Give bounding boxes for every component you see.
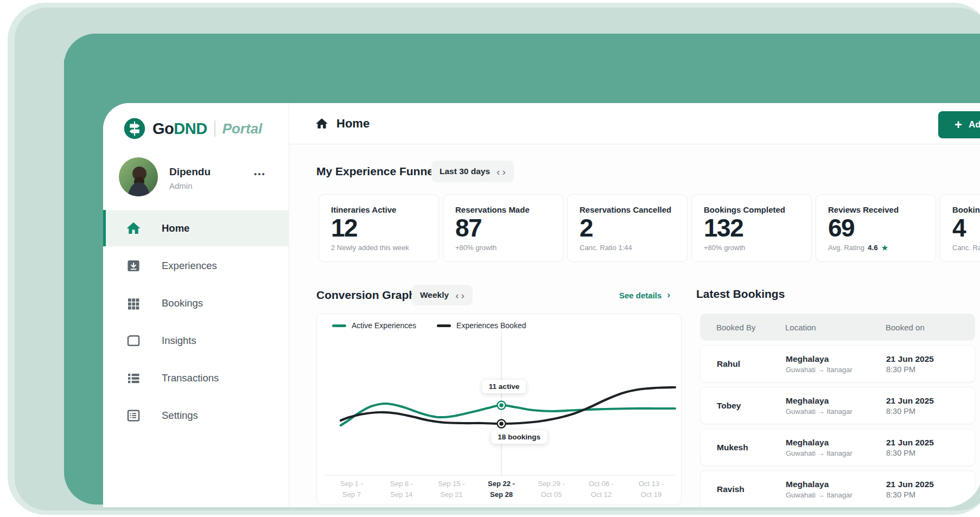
latest-bookings-table: Booked By Location Booked on Rahul Megha…	[700, 314, 975, 507]
page-title: Home	[336, 117, 370, 131]
conversion-chart-card: Active Experiences Experiences Booked 11…	[316, 314, 682, 505]
stat-title: Booking	[952, 205, 980, 214]
stat-subtext: +80% growth	[704, 244, 799, 252]
sidebar-item-settings[interactable]: Settings	[103, 397, 289, 433]
plus-icon: +	[954, 117, 962, 132]
stat-subtext: 2 Newly added this week	[331, 244, 427, 252]
sidebar-item-bookings[interactable]: Bookings	[103, 285, 289, 321]
user-profile[interactable]: Dipendu Admin •••	[103, 155, 289, 201]
location: Meghalaya	[786, 354, 886, 364]
stat-title: Reservations Cancelled	[580, 205, 675, 214]
sidebar-item-insights[interactable]: Insights	[103, 322, 289, 359]
sidebar-item-experiences[interactable]: Experiences	[103, 247, 289, 284]
route: Guwahati → Itanagar	[786, 366, 886, 374]
booked-date: 21 Jun 2025	[886, 438, 975, 448]
booked-by: Mukesh	[717, 443, 786, 452]
conversion-chart	[317, 314, 682, 506]
sidebar: GoDND Portal	[103, 103, 289, 507]
sidebar-item-label: Home	[162, 222, 189, 234]
chevron-left-icon[interactable]: ‹	[455, 290, 459, 301]
latest-bookings-title: Latest Bookings	[696, 288, 785, 301]
logo-divider	[214, 120, 215, 137]
stat-card-reservations-made: Reservations Made 87 +80% growth	[443, 194, 563, 262]
booked-by: Tobey	[717, 401, 786, 411]
chart-tooltip-active: 11 active	[482, 380, 526, 393]
chart-x-label: Sep 1 -Sep 7	[327, 478, 377, 500]
avatar	[119, 157, 158, 196]
booked-time: 8:30 PM	[886, 449, 975, 457]
stat-value: 12	[331, 215, 427, 241]
stat-title: Reviews Received	[828, 205, 924, 214]
column-header-booked-on: Booked on	[886, 323, 975, 332]
sidebar-nav: Home Experiences	[103, 210, 289, 435]
funnel-range-label: Last 30 days	[440, 167, 490, 176]
screen: GoDND Portal	[0, 0, 980, 517]
stat-card-reviews-received: Reviews Received 69 Avg. Rating 4.6 ★	[816, 194, 936, 262]
page-title-group: Home	[315, 103, 370, 144]
avg-rating-value: 4.6	[868, 244, 878, 252]
booked-date: 21 Jun 2025	[886, 354, 975, 364]
table-row[interactable]: Rahul Meghalaya Guwahati → Itanagar 21 J…	[700, 345, 975, 382]
portal-label: Portal	[222, 120, 263, 137]
brand-logo-icon	[123, 117, 146, 140]
bookings-icon	[125, 295, 142, 311]
main-content: My Experience Funnel Last 30 days ‹ › It…	[289, 144, 980, 507]
funnel-section-title: My Experience Funnel	[316, 165, 437, 178]
route: Guwahati → Itanagar	[786, 407, 886, 416]
stat-subtext: Avg. Rating 4.6 ★	[828, 244, 924, 252]
table-row[interactable]: Mukesh Meghalaya Guwahati → Itanagar 21 …	[700, 429, 975, 466]
stat-title: Itineraries Active	[331, 205, 427, 214]
sidebar-item-label: Settings	[162, 410, 198, 422]
insights-icon	[125, 333, 142, 349]
booked-time: 8:30 PM	[886, 365, 975, 374]
stat-subtext: Canc. Rat	[952, 244, 980, 252]
stat-value: 87	[455, 215, 551, 241]
user-name: Dipendu	[169, 166, 211, 178]
stat-subtext: +80% growth	[455, 244, 551, 252]
sidebar-item-home[interactable]: Home	[103, 210, 289, 246]
sidebar-item-transactions[interactable]: Transactions	[103, 360, 289, 396]
chart-x-label: Sep 29 -Oct 05	[526, 478, 576, 500]
chevron-left-icon[interactable]: ‹	[497, 167, 500, 177]
stat-value: 4	[952, 215, 980, 241]
more-options-icon[interactable]: •••	[254, 169, 266, 178]
chart-x-label: Oct 13 -Oct 19	[626, 478, 676, 500]
top-header: Home + Ad	[289, 103, 980, 144]
location: Meghalaya	[786, 438, 886, 448]
location: Meghalaya	[786, 396, 886, 406]
funnel-cards-row: Itineraries Active 12 2 Newly added this…	[319, 194, 980, 262]
brand-name-go: Go	[152, 120, 174, 138]
stat-value: 2	[580, 215, 675, 241]
column-header-location: Location	[785, 323, 886, 332]
see-details-label: See details	[619, 291, 661, 300]
conversion-section-title: Conversion Graph	[316, 289, 416, 302]
booked-date: 21 Jun 2025	[886, 480, 975, 489]
transactions-icon	[125, 370, 142, 386]
funnel-range-selector[interactable]: Last 30 days ‹ ›	[431, 161, 514, 182]
star-icon: ★	[881, 244, 888, 252]
table-row[interactable]: Ravish Meghalaya Guwahati → Itanagar 21 …	[700, 470, 975, 507]
conversion-interval-selector[interactable]: Weekly ‹ ›	[412, 285, 473, 305]
brand-logo: GoDND Portal	[123, 117, 262, 140]
brand-name-dnd: DND	[174, 120, 207, 138]
stat-card-reservations-cancelled: Reservations Cancelled 2 Canc. Ratio 1:4…	[567, 194, 688, 262]
add-button[interactable]: + Ad	[938, 111, 980, 138]
table-row[interactable]: Tobey Meghalaya Guwahati → Itanagar 21 J…	[700, 387, 975, 424]
sidebar-item-label: Experiences	[162, 260, 217, 272]
chevron-right-icon[interactable]: ›	[461, 290, 464, 301]
booked-time: 8:30 PM	[886, 490, 975, 499]
route: Guwahati → Itanagar	[786, 449, 886, 457]
chart-x-label: Sep 22 -Sep 28	[476, 478, 526, 500]
chart-tooltip-bookings: 18 bookings	[491, 430, 547, 444]
chevron-right-icon[interactable]: ›	[502, 167, 505, 177]
app-window: GoDND Portal	[103, 103, 980, 507]
stat-value: 69	[828, 215, 924, 241]
sidebar-item-label: Insights	[162, 335, 196, 347]
column-header-booked-by: Booked By	[700, 323, 785, 332]
see-details-link[interactable]: See details ›	[619, 290, 670, 301]
settings-icon	[125, 407, 142, 424]
table-header-row: Booked By Location Booked on	[700, 314, 975, 341]
stat-card-bookings-completed: Bookings Completed 132 +80% growth	[691, 194, 812, 262]
location: Meghalaya	[786, 480, 886, 489]
chart-x-label: Sep 15 -Sep 21	[427, 478, 476, 500]
